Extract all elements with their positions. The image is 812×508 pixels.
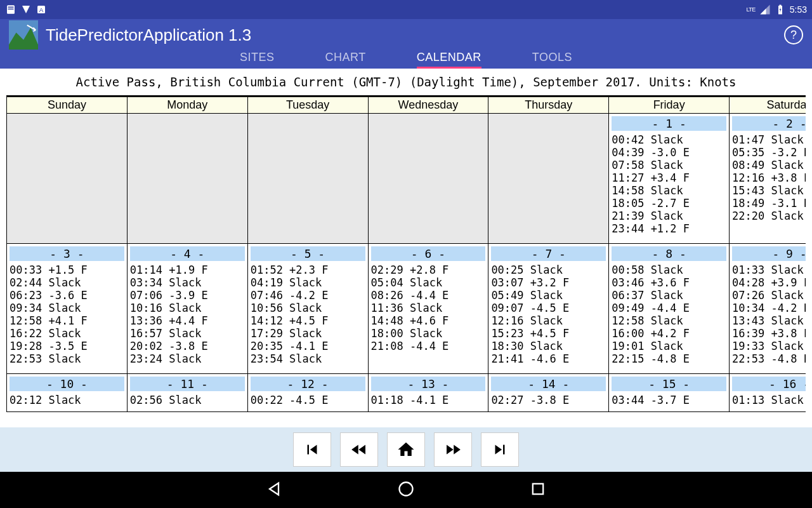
calendar-cell[interactable] — [488, 114, 609, 244]
status-left: A — [5, 4, 47, 15]
last-button[interactable] — [481, 432, 519, 467]
day-number: - 14 - — [491, 377, 606, 391]
signal-icon — [759, 4, 771, 15]
day-number: - 9 - — [732, 246, 806, 261]
svg-rect-1 — [8, 7, 14, 8]
calendar-cell[interactable]: - 16 -01:13 Slack — [730, 374, 806, 412]
network-label: LTE — [746, 6, 755, 13]
calendar-cell[interactable]: - 4 -01:14 +1.9 F 03:34 Slack 07:06 -3.9… — [127, 244, 247, 374]
tide-entries: 01:13 Slack — [732, 394, 806, 406]
calendar-cell[interactable]: - 5 -01:52 +2.3 F 04:19 Slack 07:46 -4.2… — [247, 244, 368, 374]
svg-rect-2 — [8, 9, 14, 10]
day-number: - 4 - — [130, 246, 245, 261]
android-nav-bar — [0, 472, 812, 508]
calendar-cell[interactable]: - 13 -01:18 -4.1 E — [368, 374, 488, 412]
tide-entries: 00:22 -4.5 E — [251, 394, 365, 406]
tab-tools[interactable]: TOOLS — [532, 51, 572, 67]
day-number: - 3 - — [10, 246, 124, 261]
tab-calendar[interactable]: CALENDAR — [417, 51, 481, 69]
android-recent-button[interactable] — [529, 480, 547, 500]
svg-point-8 — [400, 482, 413, 495]
calendar-cell[interactable] — [247, 114, 368, 244]
day-number: - 8 - — [612, 246, 726, 261]
android-back-button[interactable] — [265, 480, 283, 500]
svg-rect-6 — [779, 5, 781, 6]
tab-chart[interactable]: CHART — [325, 51, 366, 67]
day-number: - 16 - — [732, 377, 806, 391]
battery-icon — [775, 4, 786, 15]
notif-icon-3: A — [36, 4, 47, 15]
weekday-header: Tuesday — [247, 97, 368, 114]
calendar-cell[interactable]: - 9 -01:33 Slack 04:28 +3.9 F 07:26 Slac… — [730, 244, 806, 374]
calendar-cell[interactable]: - 14 -02:27 -3.8 E — [488, 374, 609, 412]
tide-entries: 00:42 Slack 04:39 -3.0 E 07:58 Slack 11:… — [612, 133, 726, 235]
day-number: - 12 - — [251, 377, 365, 391]
day-number: - 13 - — [371, 377, 486, 391]
calendar-cell[interactable] — [7, 114, 128, 244]
next-button[interactable] — [434, 432, 472, 467]
calendar-cell[interactable]: - 3 -00:33 +1.5 F 02:44 Slack 06:23 -3.6… — [7, 244, 128, 374]
tide-entries: 02:27 -3.8 E — [491, 394, 606, 406]
calendar-cell[interactable] — [127, 114, 247, 244]
clock: 5:53 — [790, 4, 807, 15]
calendar-cell[interactable]: - 2 -01:47 Slack 05:35 -3.2 E 08:49 Slac… — [730, 114, 806, 244]
weekday-header: Sunday — [7, 97, 128, 114]
calendar-cell[interactable]: - 11 -02:56 Slack — [127, 374, 247, 412]
weekday-header: Friday — [609, 97, 730, 114]
app-bar: TidePredictorApplication 1.3 ? — [0, 19, 812, 51]
day-number: - 2 - — [732, 116, 806, 131]
tide-entries: 00:33 +1.5 F 02:44 Slack 06:23 -3.6 E 09… — [10, 264, 124, 365]
tide-entries: 03:44 -3.7 E — [612, 394, 726, 406]
calendar-container: SundayMondayTuesdayWednesdayThursdayFrid… — [6, 95, 806, 412]
navigation-bar — [0, 427, 812, 472]
weekday-header: Saturday — [730, 97, 806, 114]
weekday-header: Thursday — [488, 97, 609, 114]
home-button[interactable] — [387, 432, 425, 467]
calendar-cell[interactable]: - 12 -00:22 -4.5 E — [247, 374, 368, 412]
app-logo-icon — [9, 20, 38, 50]
tab-sites[interactable]: SITES — [240, 51, 275, 67]
tide-entries: 00:58 Slack 03:46 +3.6 F 06:37 Slack 09:… — [612, 264, 726, 365]
svg-text:A: A — [39, 6, 44, 13]
day-number: - 15 - — [612, 377, 726, 391]
first-button[interactable] — [293, 432, 331, 467]
calendar-cell[interactable]: - 1 -00:42 Slack 04:39 -3.0 E 07:58 Slac… — [609, 114, 730, 244]
android-status-bar: A LTE 5:53 — [0, 0, 812, 19]
help-button[interactable]: ? — [784, 25, 803, 44]
weekday-header: Monday — [127, 97, 247, 114]
tab-bar: SITES CHART CALENDAR TOOLS — [0, 51, 812, 69]
tide-entries: 01:33 Slack 04:28 +3.9 F 07:26 Slack 10:… — [732, 264, 806, 365]
day-number: - 10 - — [10, 377, 124, 391]
notif-icon-1 — [5, 4, 16, 15]
tide-entries: 00:25 Slack 03:07 +3.2 F 05:49 Slack 09:… — [491, 264, 606, 365]
day-number: - 6 - — [371, 246, 486, 261]
tide-entries: 01:47 Slack 05:35 -3.2 E 08:49 Slack 12:… — [732, 133, 806, 222]
weekday-header: Wednesday — [368, 97, 488, 114]
tide-entries: 01:14 +1.9 F 03:34 Slack 07:06 -3.9 E 10… — [130, 264, 245, 365]
day-number: - 5 - — [251, 246, 365, 261]
calendar-cell[interactable]: - 7 -00:25 Slack 03:07 +3.2 F 05:49 Slac… — [488, 244, 609, 374]
calendar-cell[interactable]: - 10 -02:12 Slack — [7, 374, 128, 412]
day-number: - 1 - — [612, 116, 726, 131]
android-home-button[interactable] — [397, 480, 415, 500]
day-number: - 11 - — [130, 377, 245, 391]
day-number: - 7 - — [491, 246, 606, 261]
svg-rect-9 — [533, 483, 543, 493]
app-title: TidePredictorApplication 1.3 — [46, 25, 251, 45]
notif-icon-2 — [20, 4, 32, 15]
tide-entries: 02:12 Slack — [10, 394, 124, 406]
tide-entries: 01:52 +2.3 F 04:19 Slack 07:46 -4.2 E 10… — [251, 264, 365, 365]
location-subtitle: Active Pass, British Columbia Current (G… — [0, 69, 812, 95]
calendar-table: SundayMondayTuesdayWednesdayThursdayFrid… — [6, 97, 806, 412]
tide-entries: 02:56 Slack — [130, 394, 245, 406]
status-right: LTE 5:53 — [746, 4, 807, 15]
prev-button[interactable] — [340, 432, 378, 467]
calendar-cell[interactable]: - 15 -03:44 -3.7 E — [609, 374, 730, 412]
tide-entries: 01:18 -4.1 E — [371, 394, 486, 406]
calendar-cell[interactable]: - 8 -00:58 Slack 03:46 +3.6 F 06:37 Slac… — [609, 244, 730, 374]
calendar-cell[interactable] — [368, 114, 488, 244]
calendar-cell[interactable]: - 6 -02:29 +2.8 F 05:04 Slack 08:26 -4.4… — [368, 244, 488, 374]
tide-entries: 02:29 +2.8 F 05:04 Slack 08:26 -4.4 E 11… — [371, 264, 486, 352]
